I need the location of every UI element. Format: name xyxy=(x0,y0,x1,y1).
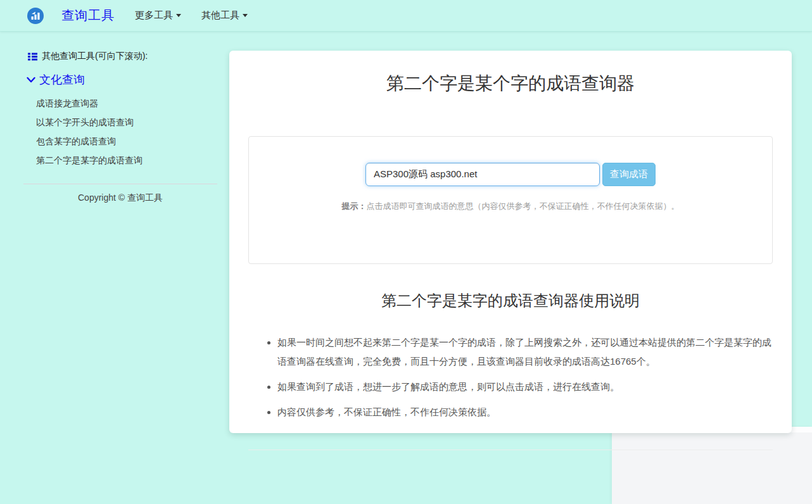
sidebar-tool-list: 成语接龙查询器 以某个字开头的成语查询 包含某字的成语查询 第二个字是某字的成语… xyxy=(23,94,217,170)
sidebar-header-label: 其他查询工具(可向下滚动): xyxy=(42,51,148,62)
usage-section-title: 第二个字是某字的成语查询器使用说明 xyxy=(248,291,773,311)
list-icon xyxy=(28,53,37,61)
caret-down-icon xyxy=(176,14,181,17)
query-panel: 查询成语 提示：点击成语即可查询成语的意思（内容仅供参考，不保证正确性，不作任何… xyxy=(248,136,773,264)
hint-text: 点击成语即可查询成语的意思（内容仅供参考，不保证正确性，不作任何决策依据）。 xyxy=(367,201,680,211)
usage-point: 如果查询到了成语，想进一步了解成语的意思，则可以点击成语，进行在线查询。 xyxy=(277,377,773,396)
nav-menu-more-tools-label: 更多工具 xyxy=(135,9,173,22)
sidebar-divider xyxy=(23,184,217,184)
search-hint: 提示：点击成语即可查询成语的意思（内容仅供参考，不保证正确性，不作任何决策依据）… xyxy=(249,201,772,212)
sidebar-category-culture-query[interactable]: 文化查询 xyxy=(23,72,217,87)
sidebar-header: 其他查询工具(可向下滚动): xyxy=(23,51,217,62)
top-navbar: 查询工具 更多工具 其他工具 xyxy=(0,0,812,32)
nav-menu-other-tools[interactable]: 其他工具 xyxy=(201,9,248,22)
site-logo-chart-icon[interactable] xyxy=(27,8,44,24)
page-title: 第二个字是某个字的成语查询器 xyxy=(248,72,773,96)
caret-down-icon xyxy=(243,14,248,17)
sidebar: 其他查询工具(可向下滚动): 文化查询 成语接龙查询器 以某个字开头的成语查询 … xyxy=(0,32,232,204)
chevron-down-icon xyxy=(26,75,36,84)
search-input-group: 查询成语 xyxy=(249,163,772,186)
sidebar-item-idiom-solitaire[interactable]: 成语接龙查询器 xyxy=(23,94,217,113)
idiom-search-input[interactable] xyxy=(365,163,600,186)
card-bottom-divider xyxy=(248,450,773,450)
sidebar-item-idiom-contains[interactable]: 包含某字的成语查询 xyxy=(23,132,217,151)
hint-prefix: 提示： xyxy=(342,201,367,211)
usage-point: 内容仅供参考，不保证正确性，不作任何决策依据。 xyxy=(277,403,773,422)
nav-menu-more-tools[interactable]: 更多工具 xyxy=(135,9,181,22)
main-content-card: 第二个字是某个字的成语查询器 查询成语 提示：点击成语即可查询成语的意思（内容仅… xyxy=(229,51,792,433)
ad-placeholder xyxy=(612,427,812,504)
usage-point: 如果一时间之间想不起来第二个字是某一个字的成语，除了上网搜索之外，还可以通过本站… xyxy=(277,333,773,371)
query-idiom-button[interactable]: 查询成语 xyxy=(602,163,656,186)
usage-instructions-list: 如果一时间之间想不起来第二个字是某一个字的成语，除了上网搜索之外，还可以通过本站… xyxy=(266,333,773,422)
nav-menu-other-tools-label: 其他工具 xyxy=(201,9,239,22)
copyright-text: Copyright © 查询工具 xyxy=(23,192,217,204)
brand-title[interactable]: 查询工具 xyxy=(61,7,115,24)
sidebar-item-idiom-starts-with[interactable]: 以某个字开头的成语查询 xyxy=(23,113,217,132)
sidebar-item-idiom-second-char[interactable]: 第二个字是某字的成语查询 xyxy=(23,151,217,170)
sidebar-category-label: 文化查询 xyxy=(39,72,85,87)
